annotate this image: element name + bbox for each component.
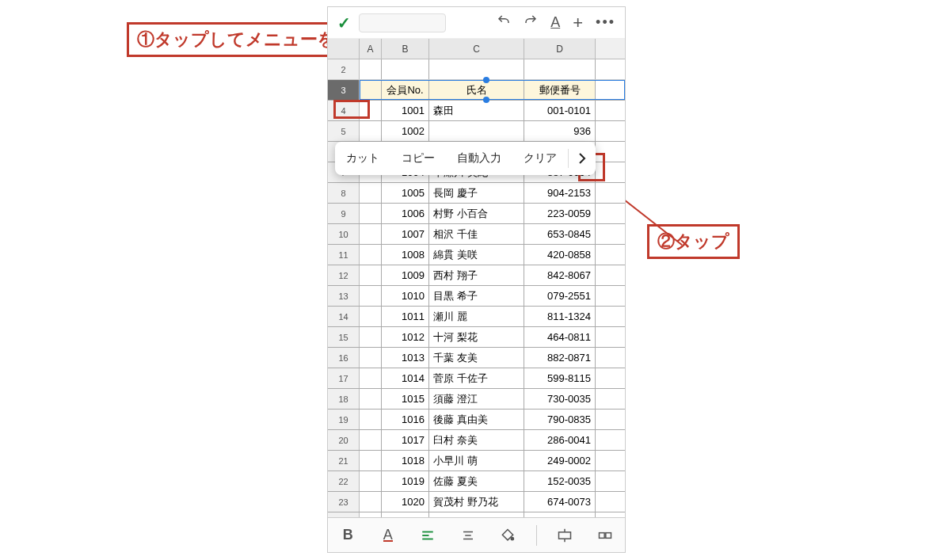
cell-zip[interactable]: 599-8115 <box>524 368 596 388</box>
row-number[interactable]: 11 <box>328 245 360 265</box>
cell-zip[interactable]: 420-0858 <box>524 245 596 265</box>
corner-cell[interactable] <box>328 39 360 59</box>
cell[interactable] <box>360 451 382 470</box>
cell[interactable] <box>360 348 382 368</box>
cell[interactable] <box>360 368 382 388</box>
merge-cells-icon[interactable] <box>553 524 577 547</box>
cell-zip[interactable]: 790-0835 <box>524 410 596 429</box>
cell-name[interactable]: 長岡 慶子 <box>429 183 524 203</box>
row-number-selected[interactable]: 3 <box>328 80 360 100</box>
redo-icon[interactable] <box>524 13 538 32</box>
cell-name[interactable]: 須藤 澄江 <box>429 389 524 409</box>
cell-member-no[interactable]: 1017 <box>382 430 429 450</box>
row-number[interactable]: 14 <box>328 307 360 326</box>
cell[interactable] <box>360 389 382 409</box>
cell-zip[interactable]: 152-0035 <box>524 471 596 491</box>
cell-name[interactable]: 相沢 千佳 <box>429 224 524 244</box>
col-header-C[interactable]: C <box>429 39 524 59</box>
cell-member-no[interactable]: 1007 <box>382 224 429 244</box>
cell-member-no[interactable]: 1020 <box>382 492 429 512</box>
undo-icon[interactable] <box>497 13 511 32</box>
cell-member-no[interactable]: 1009 <box>382 265 429 285</box>
cell-member-no[interactable]: 1005 <box>382 183 429 203</box>
cell-zip[interactable]: 882-0871 <box>524 348 596 368</box>
row-number[interactable]: 9 <box>328 204 360 223</box>
cell-name[interactable]: 小早川 萌 <box>429 451 524 470</box>
cell-header-zip[interactable]: 郵便番号 <box>524 80 596 100</box>
ctx-autofill[interactable]: 自動入力 <box>446 142 512 175</box>
cell-zip[interactable]: 249-0002 <box>524 451 596 470</box>
row-number[interactable]: 4 <box>328 101 360 120</box>
cell-zip[interactable]: 904-2153 <box>524 183 596 203</box>
fill-color-icon[interactable] <box>496 524 520 547</box>
align-left-icon[interactable] <box>416 524 440 547</box>
cell-name[interactable]: 村野 小百合 <box>429 204 524 223</box>
cell-name[interactable]: 臼村 奈美 <box>429 430 524 450</box>
confirm-icon[interactable]: ✓ <box>337 13 351 32</box>
cell-name[interactable]: 後藤 真由美 <box>429 410 524 429</box>
cell-member-no[interactable]: 1008 <box>382 245 429 265</box>
cell-name[interactable]: 目黒 希子 <box>429 286 524 306</box>
ctx-more-icon[interactable] <box>569 142 596 175</box>
cell[interactable] <box>360 183 382 203</box>
row-number[interactable]: 16 <box>328 348 360 368</box>
cell[interactable] <box>360 245 382 265</box>
cell-zip[interactable]: 811-1324 <box>524 307 596 326</box>
cell-member-no[interactable]: 1010 <box>382 286 429 306</box>
cell-name[interactable]: 佐藤 夏美 <box>429 471 524 491</box>
cell[interactable] <box>360 410 382 429</box>
cell-format-icon[interactable] <box>593 524 617 547</box>
cell-zip[interactable]: 464-0811 <box>524 327 596 347</box>
row-number[interactable]: 22 <box>328 471 360 491</box>
cell-name[interactable] <box>429 121 524 141</box>
cell[interactable] <box>360 80 382 100</box>
cell[interactable] <box>360 121 382 141</box>
selection-handle[interactable] <box>483 97 489 103</box>
cell-member-no[interactable]: 1011 <box>382 307 429 326</box>
cell-zip[interactable]: 001-0101 <box>524 101 596 120</box>
row-number[interactable]: 17 <box>328 368 360 388</box>
row-number[interactable]: 20 <box>328 430 360 450</box>
cell-member-no[interactable]: 1019 <box>382 471 429 491</box>
cell[interactable] <box>360 471 382 491</box>
cell-member-no[interactable]: 1014 <box>382 368 429 388</box>
col-header-B[interactable]: B <box>382 39 429 59</box>
row-number[interactable]: 10 <box>328 224 360 244</box>
cell-name[interactable]: 森田 <box>429 101 524 120</box>
cell-name[interactable]: 賀茂村 野乃花 <box>429 492 524 512</box>
align-center-icon[interactable] <box>456 524 480 547</box>
plus-icon[interactable]: + <box>573 13 583 33</box>
formula-bar[interactable] <box>359 13 446 32</box>
cell-name[interactable]: 瀬川 麗 <box>429 307 524 326</box>
row-number[interactable]: 12 <box>328 265 360 285</box>
cell-member-no[interactable]: 1013 <box>382 348 429 368</box>
cell-zip[interactable]: 223-0059 <box>524 204 596 223</box>
cell[interactable] <box>360 224 382 244</box>
cell[interactable] <box>382 59 429 79</box>
more-icon[interactable]: ••• <box>596 14 615 31</box>
cell-zip[interactable]: 286-0041 <box>524 430 596 450</box>
cell-header-memberNo[interactable]: 会員No. <box>382 80 429 100</box>
text-format-icon[interactable]: A <box>550 14 560 31</box>
cell[interactable] <box>360 307 382 326</box>
cell[interactable] <box>429 59 524 79</box>
cell-member-no[interactable]: 1006 <box>382 204 429 223</box>
cell[interactable] <box>360 492 382 512</box>
cell-member-no[interactable]: 1018 <box>382 451 429 470</box>
selection-handle[interactable] <box>483 77 489 83</box>
cell[interactable] <box>360 204 382 223</box>
cell-member-no[interactable]: 1016 <box>382 410 429 429</box>
ctx-clear[interactable]: クリア <box>512 142 568 175</box>
row-number[interactable]: 5 <box>328 121 360 141</box>
bold-icon[interactable]: B <box>336 524 360 547</box>
cell-zip[interactable]: 674-0073 <box>524 492 596 512</box>
cell-name[interactable]: 綿貫 美咲 <box>429 245 524 265</box>
row-number[interactable]: 15 <box>328 327 360 347</box>
ctx-cut[interactable]: カット <box>335 142 390 175</box>
cell[interactable] <box>360 286 382 306</box>
row-number[interactable]: 13 <box>328 286 360 306</box>
cell-name[interactable]: 菅原 千佐子 <box>429 368 524 388</box>
cell-member-no[interactable]: 1012 <box>382 327 429 347</box>
ctx-copy[interactable]: コピー <box>390 142 446 175</box>
row-number[interactable]: 18 <box>328 389 360 409</box>
